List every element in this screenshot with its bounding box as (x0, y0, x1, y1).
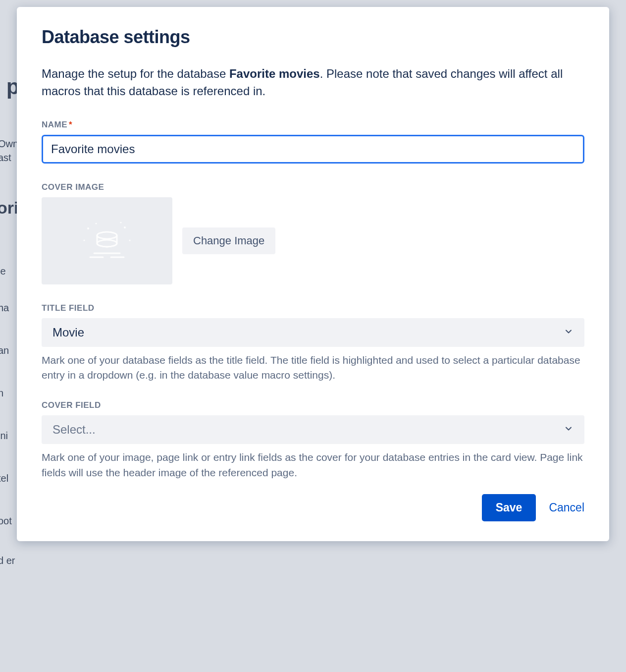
cover-field-placeholder: Select... (52, 423, 96, 437)
svg-point-0 (97, 232, 117, 239)
cover-field-helper: Mark one of your image, page link or ent… (42, 450, 584, 480)
bg-text: ha (0, 302, 9, 314)
bg-text: an (0, 345, 9, 356)
svg-point-6 (95, 223, 97, 224)
bg-text: ori (0, 198, 18, 218)
bg-text: Own (0, 138, 18, 150)
svg-point-10 (129, 239, 130, 241)
modal-title: Database settings (42, 27, 584, 48)
svg-point-7 (124, 226, 126, 228)
cover-field-label: COVER FIELD (42, 400, 584, 410)
cover-field-select[interactable]: Select... (42, 415, 584, 444)
name-input[interactable] (42, 135, 584, 164)
chevron-down-icon (564, 326, 574, 339)
modal-footer: Save Cancel (42, 484, 584, 521)
database-settings-modal: Database settings Manage the setup for t… (17, 7, 609, 541)
cover-image-row: Change Image (42, 197, 584, 284)
title-field-select[interactable]: Movie (42, 318, 584, 347)
database-placeholder-icon (77, 219, 137, 263)
desc-prefix: Manage the setup for the database (42, 67, 229, 80)
desc-db-name: Favorite movies (229, 67, 320, 80)
cover-image-label: COVER IMAGE (42, 182, 584, 192)
svg-point-1 (97, 240, 117, 247)
bg-text: n (0, 388, 3, 399)
required-asterisk: * (69, 120, 72, 129)
title-field-value: Movie (52, 326, 84, 339)
save-button[interactable]: Save (482, 494, 536, 521)
change-image-button[interactable]: Change Image (182, 227, 275, 254)
bg-text: ast (0, 152, 11, 164)
bg-text: d er (0, 555, 15, 566)
chevron-down-icon (564, 423, 574, 437)
cancel-button[interactable]: Cancel (549, 501, 584, 514)
svg-point-9 (83, 239, 85, 241)
svg-point-5 (87, 227, 89, 229)
title-field-label: TITLE FIELD (42, 303, 584, 313)
bg-text: ini (0, 430, 8, 442)
modal-description: Manage the setup for the database Favori… (42, 65, 584, 100)
title-field-helper: Mark one of your database fields as the … (42, 353, 584, 383)
bg-text: ie (0, 266, 6, 277)
cover-image-thumbnail[interactable] (42, 197, 172, 284)
bg-text: oot (0, 515, 12, 527)
name-label-text: NAME (42, 120, 67, 129)
name-label: NAME* (42, 120, 584, 130)
bg-text: tel (0, 473, 8, 484)
svg-point-8 (120, 222, 121, 223)
